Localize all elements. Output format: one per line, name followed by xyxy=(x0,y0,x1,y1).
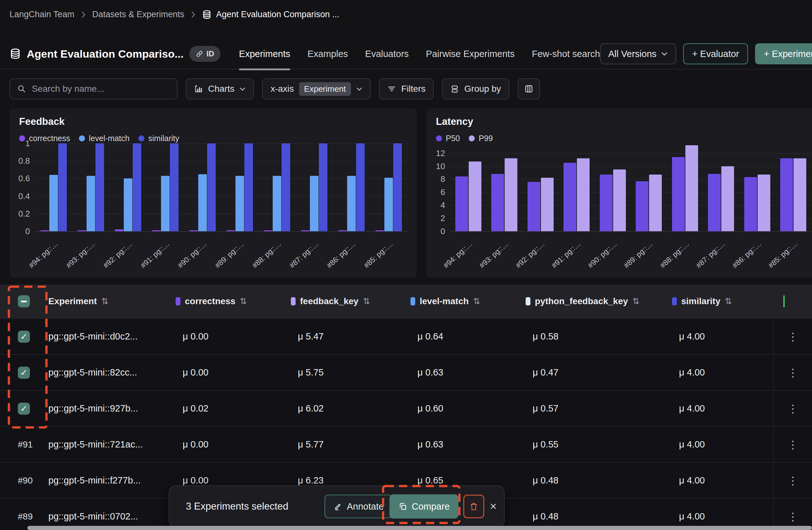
bar-P99[interactable] xyxy=(685,145,698,231)
experiment-name[interactable]: pg::gpt-5-mini::721ac... xyxy=(48,439,143,450)
bar-level-match[interactable] xyxy=(310,176,319,231)
close-selection-icon[interactable]: × xyxy=(490,494,497,518)
search-input[interactable] xyxy=(32,84,170,94)
xaxis-selector[interactable]: x-axis Experiment xyxy=(262,78,371,99)
bar-correctness[interactable] xyxy=(301,230,309,231)
horizontal-scrollbar[interactable] xyxy=(27,526,812,530)
row-select-cell[interactable]: ✓ xyxy=(0,403,45,415)
bar-P50[interactable] xyxy=(744,177,757,231)
annotate-button[interactable]: Annotate xyxy=(324,494,393,518)
row-kebab-icon[interactable]: ⋮ xyxy=(787,330,798,343)
column-header-correctness[interactable]: correctness⇅ xyxy=(172,296,287,306)
experiment-name[interactable]: pg::gpt-5-mini::82cc... xyxy=(48,367,137,378)
bar-level-match[interactable] xyxy=(49,175,58,231)
row-kebab-icon[interactable]: ⋮ xyxy=(787,474,798,487)
experiment-name-cell[interactable]: pg::gpt-5-mini::927b... xyxy=(45,403,172,414)
column-header-level-match[interactable]: level-match⇅ xyxy=(407,296,522,306)
bar-P99[interactable] xyxy=(649,175,662,231)
bar-level-match[interactable] xyxy=(124,178,132,231)
column-header-python_feedback_key[interactable]: python_feedback_key⇅ xyxy=(522,296,668,306)
bar-similarity[interactable] xyxy=(244,143,253,231)
bar-similarity[interactable] xyxy=(207,143,216,231)
experiment-name[interactable]: pg::gpt-5-mini::f277b... xyxy=(48,475,141,486)
row-kebab-icon[interactable]: ⋮ xyxy=(787,438,798,451)
bar-P50[interactable] xyxy=(455,177,468,231)
versions-dropdown[interactable]: All Versions xyxy=(600,43,677,64)
row-checkbox-checked[interactable]: ✓ xyxy=(18,331,30,343)
breadcrumb-team[interactable]: LangChain Team xyxy=(10,10,74,19)
bar-correctness[interactable] xyxy=(189,230,198,231)
compare-button[interactable]: Compare xyxy=(390,494,459,518)
add-evaluator-button[interactable]: + Evaluator xyxy=(683,43,748,64)
tab-experiments[interactable]: Experiments xyxy=(239,38,290,69)
row-checkbox-checked[interactable]: ✓ xyxy=(18,367,30,379)
delete-button[interactable] xyxy=(463,494,484,518)
sort-icon[interactable]: ⇅ xyxy=(240,296,247,306)
column-header-experiment[interactable]: Experiment⇅ xyxy=(45,296,172,306)
sort-icon[interactable]: ⇅ xyxy=(473,296,480,306)
filters-button[interactable]: Filters xyxy=(379,78,434,99)
bar-similarity[interactable] xyxy=(96,143,104,231)
bar-P50[interactable] xyxy=(564,163,576,231)
experiment-name-cell[interactable]: pg::gpt-5-mini::721ac... xyxy=(45,439,172,450)
bar-P99[interactable] xyxy=(577,158,590,231)
bar-level-match[interactable] xyxy=(235,176,244,231)
bar-similarity[interactable] xyxy=(58,143,67,231)
search-box[interactable] xyxy=(10,78,177,99)
bar-P50[interactable] xyxy=(636,181,649,231)
tab-pairwise-experiments[interactable]: Pairwise Experiments xyxy=(426,38,515,69)
add-experiment-button[interactable]: + Experiment xyxy=(755,43,812,64)
bar-similarity[interactable] xyxy=(393,143,402,231)
bar-level-match[interactable] xyxy=(347,176,356,231)
experiment-name[interactable]: pg::gpt-5-mini::d0c2... xyxy=(48,331,137,342)
experiment-name-cell[interactable]: pg::gpt-5-mini::f277b... xyxy=(45,475,172,486)
charts-button[interactable]: Charts xyxy=(186,78,254,99)
copy-id-badge[interactable]: ID xyxy=(189,46,220,62)
bar-similarity[interactable] xyxy=(281,143,290,231)
column-header-feedback_key[interactable]: feedback_key⇅ xyxy=(287,296,407,306)
bar-level-match[interactable] xyxy=(385,178,393,231)
row-kebab-icon[interactable]: ⋮ xyxy=(787,510,798,523)
row-checkbox-checked[interactable]: ✓ xyxy=(18,403,30,415)
sort-icon[interactable]: ⇅ xyxy=(363,296,371,306)
bar-P50[interactable] xyxy=(708,174,721,231)
experiment-name[interactable]: pg::gpt-5-mini::0702... xyxy=(48,511,138,522)
experiment-name[interactable]: pg::gpt-5-mini::927b... xyxy=(48,403,138,414)
sort-icon[interactable]: ⇅ xyxy=(633,296,640,306)
bar-correctness[interactable] xyxy=(227,230,235,231)
table-row[interactable]: #91pg::gpt-5-mini::721ac...μ 0.00μ 5.77μ… xyxy=(0,426,812,462)
bar-correctness[interactable] xyxy=(40,230,49,231)
bar-P99[interactable] xyxy=(505,158,517,231)
columns-button[interactable] xyxy=(518,78,540,99)
select-all-checkbox[interactable] xyxy=(18,295,30,307)
bar-P99[interactable] xyxy=(721,166,734,231)
bar-similarity[interactable] xyxy=(319,143,328,231)
bar-P99[interactable] xyxy=(794,158,806,231)
row-select-cell[interactable]: #91 xyxy=(0,440,45,450)
bar-P50[interactable] xyxy=(600,175,612,231)
bar-correctness[interactable] xyxy=(338,230,347,231)
breadcrumb-datasets[interactable]: Datasets & Experiments xyxy=(92,10,185,19)
bar-correctness[interactable] xyxy=(264,230,272,231)
bar-P99[interactable] xyxy=(541,178,554,231)
group-by-button[interactable]: Group by xyxy=(442,78,509,99)
bar-P50[interactable] xyxy=(672,157,685,231)
experiment-name-cell[interactable]: pg::gpt-5-mini::82cc... xyxy=(45,367,172,378)
bar-correctness[interactable] xyxy=(115,229,124,231)
row-select-cell[interactable]: #90 xyxy=(0,476,45,486)
sort-icon[interactable]: ⇅ xyxy=(725,296,732,306)
bar-level-match[interactable] xyxy=(198,174,207,231)
bar-level-match[interactable] xyxy=(273,176,281,231)
bar-level-match[interactable] xyxy=(87,176,95,231)
bar-P99[interactable] xyxy=(469,162,481,231)
bar-similarity[interactable] xyxy=(133,143,141,231)
tab-few-shot-search[interactable]: Few-shot search xyxy=(532,38,600,69)
sort-icon[interactable]: ⇅ xyxy=(102,296,109,306)
row-kebab-icon[interactable]: ⋮ xyxy=(787,402,798,415)
table-row[interactable]: ✓pg::gpt-5-mini::82cc...μ 0.00μ 5.75μ 0.… xyxy=(0,354,812,390)
bar-similarity[interactable] xyxy=(356,143,365,231)
experiment-name-cell[interactable]: pg::gpt-5-mini::0702... xyxy=(45,511,172,522)
bar-correctness[interactable] xyxy=(375,230,384,231)
table-row[interactable]: ✓pg::gpt-5-mini::d0c2...μ 0.00μ 5.47μ 0.… xyxy=(0,318,812,354)
bar-level-match[interactable] xyxy=(161,176,170,231)
